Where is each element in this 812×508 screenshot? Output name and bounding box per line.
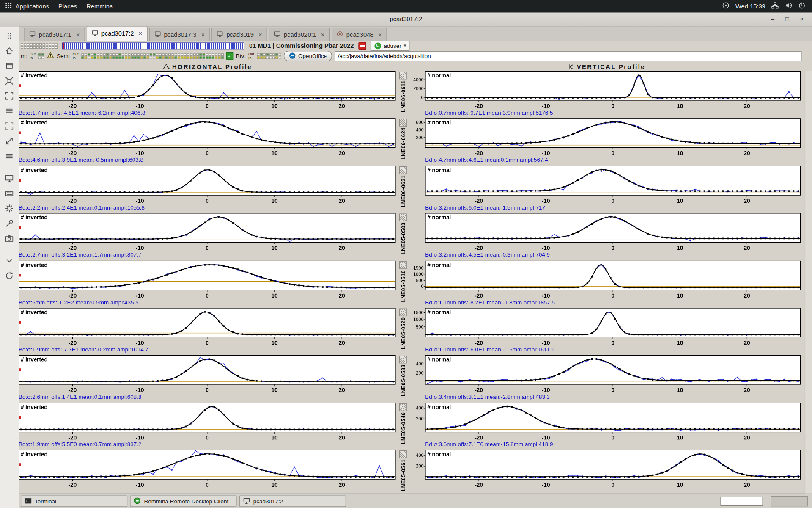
menu-places-label: Places: [58, 3, 77, 10]
status-cell: [275, 56, 278, 59]
window-titlebar[interactable]: pcad3017:2 – □ ×: [0, 12, 812, 26]
status-cell: [278, 53, 281, 56]
menu-applications[interactable]: Applications: [0, 0, 54, 12]
tab-pcad3020:1[interactable]: pcad3020:1×: [269, 28, 329, 41]
screen-record-icon[interactable]: [722, 2, 730, 11]
status-cell: [143, 53, 146, 56]
menu-icon[interactable]: [3, 105, 16, 117]
menu-icon[interactable]: [3, 150, 16, 162]
expand-icon[interactable]: [3, 75, 16, 87]
status-cell: [125, 56, 127, 59]
status-cell: [177, 56, 180, 59]
row-drag-icon[interactable]: [399, 214, 406, 221]
menu-remmina[interactable]: Remmina: [82, 0, 118, 12]
status-cell: [36, 46, 39, 48]
gear-icon[interactable]: [3, 203, 16, 214]
profile-rows: Bd:σ:1.7mm offs:-4.5E1 mean:-6.2mm ampl:…: [19, 71, 805, 494]
status-cell: [112, 56, 115, 59]
status-cell: [146, 56, 149, 59]
status-cell: [260, 56, 262, 59]
menu-applications-label: Applications: [16, 3, 49, 10]
taskbar-window-remmina-remote-desktop-client[interactable]: Remmina Remote Desktop Client: [130, 495, 236, 507]
fit-stats: Bd:σ:1.1mm offs:-6.0E1 mean:-0.6mm ampl:…: [410, 346, 804, 354]
status-cell: [187, 53, 189, 56]
row-drag-icon[interactable]: [399, 261, 406, 269]
fit-stats: Bd:σ:1.1mm offs:-8.2E1 mean:-1.8mm ampl:…: [410, 298, 804, 307]
tab-pcad3017:1[interactable]: pcad3017:1×: [24, 28, 85, 41]
close-button[interactable]: ×: [796, 14, 808, 24]
status-cell: [84, 53, 87, 56]
status-cell: [140, 53, 143, 56]
maximize-button[interactable]: □: [781, 14, 793, 24]
volume-icon[interactable]: [785, 2, 792, 11]
tab-pcad3048[interactable]: pcad3048×: [331, 28, 387, 41]
alarm-icon[interactable]: [358, 42, 366, 50]
row-drag-icon[interactable]: [399, 309, 406, 316]
status-cell: [39, 46, 42, 48]
minimize-button[interactable]: –: [766, 14, 779, 24]
tab-close-icon[interactable]: ×: [321, 31, 325, 38]
monitor-icon[interactable]: [3, 173, 16, 184]
tab-close-icon[interactable]: ×: [258, 31, 262, 38]
fullscreen-icon[interactable]: [3, 90, 16, 102]
tab-close-icon[interactable]: ×: [76, 31, 80, 38]
menu-places[interactable]: Places: [54, 0, 82, 12]
scrollbar[interactable]: [805, 71, 812, 494]
row-drag-icon[interactable]: [399, 72, 406, 79]
scale-icon[interactable]: [3, 135, 16, 147]
tab-pcad3019[interactable]: pcad3019×: [211, 28, 267, 41]
horizontal-profile-plot-row7: [19, 355, 396, 393]
status-cell: [52, 46, 54, 48]
tab-close-icon[interactable]: ×: [378, 31, 382, 38]
status-cell: [42, 46, 45, 48]
row-drag-icon[interactable]: [399, 450, 406, 458]
taskbar-window-pcad3017:2[interactable]: pcad3017:2: [239, 495, 346, 507]
power-icon[interactable]: [798, 2, 806, 11]
device-label: LNE05-0503: [400, 223, 406, 255]
acquisition-progressbar: [62, 42, 244, 49]
horizontal-profile-cell: Bd:σ:4.6mm offs:3.9E1 mean:-0.5mm ampl:6…: [19, 119, 396, 166]
tab-pcad3017:3[interactable]: pcad3017:3×: [149, 28, 210, 41]
row-drag-icon[interactable]: [399, 403, 406, 411]
corners-icon[interactable]: [3, 120, 16, 132]
acquisition-path-field[interactable]: /acc/java/data/lna/adebds/acquisition: [335, 51, 801, 61]
tab-disconnected-icon: [337, 30, 343, 39]
tab-close-icon[interactable]: ×: [139, 30, 143, 37]
workspace-box[interactable]: [720, 496, 763, 505]
profile-row-2: Bd:σ:4.6mm offs:3.9E1 mean:-0.5mm ampl:6…: [19, 119, 805, 166]
user-dropdown[interactable]: C aduser ▾: [371, 41, 410, 51]
window-icon[interactable]: [3, 60, 16, 72]
workspace-pager[interactable]: [771, 496, 808, 506]
openoffice-button[interactable]: OpenOffice: [284, 51, 332, 61]
status-cell: [168, 56, 170, 59]
home-icon[interactable]: [3, 45, 16, 57]
row-drag-icon[interactable]: [399, 119, 406, 127]
row-drag-icon[interactable]: [399, 166, 406, 174]
status-cell: [218, 56, 220, 59]
refresh-icon[interactable]: [3, 270, 16, 282]
profile-row-3: Bd:σ:2.2mm offs:2.4E1 mean:0.1mm ampl:10…: [19, 166, 805, 213]
profile-row-8: Bd:σ:1.9mm offs:5.5E0 mean:0.7mm ampl:83…: [19, 403, 805, 450]
fit-stats: Bd:σ:0.7mm offs:-9.7E1 mean:3.9mm ampl:5…: [410, 109, 804, 117]
network-icon[interactable]: [771, 2, 779, 11]
status-cell: [263, 53, 266, 56]
grip-icon[interactable]: [3, 30, 16, 41]
tab-pcad3017:2[interactable]: pcad3017:2×: [86, 26, 147, 41]
row-drag-icon[interactable]: [399, 356, 406, 363]
chevron-down-icon[interactable]: [3, 255, 16, 266]
tab-close-icon[interactable]: ×: [201, 31, 205, 38]
status-cell: [118, 56, 121, 59]
wrench-icon[interactable]: [3, 218, 16, 229]
taskbar-window-terminal[interactable]: Terminal: [21, 495, 127, 507]
status-cell: [215, 56, 217, 59]
camera-icon[interactable]: [3, 233, 16, 244]
status-cell: [162, 53, 165, 56]
status-cell: [131, 56, 133, 59]
vertical-profile-plot-row8: [410, 403, 804, 440]
clock[interactable]: Wed 15:39: [735, 3, 765, 10]
horizontal-profile-plot-row8: [19, 403, 396, 440]
device-label: LNE06-0611: [400, 80, 406, 112]
window-title: pcad3017:2: [0, 16, 812, 23]
status-cell: [131, 53, 133, 56]
keyboard-icon[interactable]: [3, 188, 16, 199]
